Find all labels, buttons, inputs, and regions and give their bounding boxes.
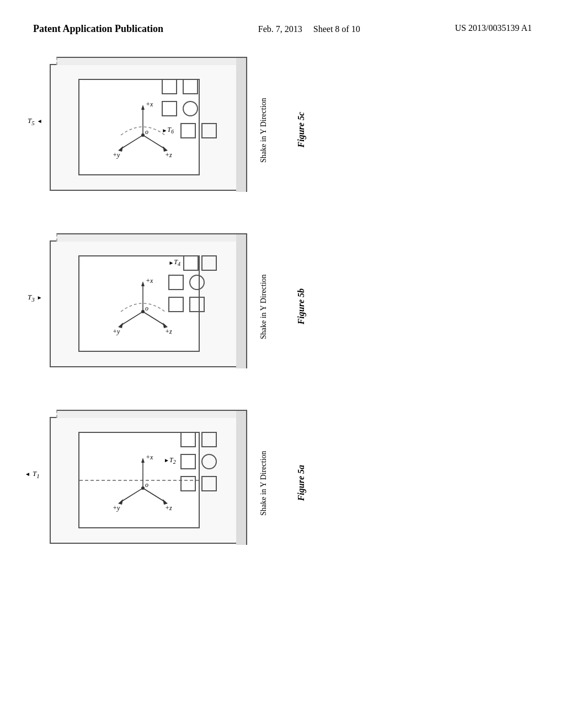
button-square-1 <box>162 79 177 94</box>
figure-5c-row: T5◄ +x +y <box>33 58 532 202</box>
shake-label-5a: Shake in Y Direction <box>259 445 268 522</box>
svg-text:+z: +z <box>165 151 172 159</box>
svg-text:+x: +x <box>146 100 153 108</box>
button-square-4 <box>180 123 196 138</box>
device-buttons-5a: ► T2 <box>180 432 217 491</box>
device-right-face-5b <box>236 233 247 368</box>
publication-title: Patent Application Publication <box>33 22 163 36</box>
t3-label: T3► <box>28 293 42 303</box>
button-square-5b-3 <box>189 297 205 312</box>
svg-text:+z: +z <box>165 504 172 512</box>
device-outer-5c: +x +y +z o <box>50 64 237 191</box>
svg-line-17 <box>143 312 165 325</box>
button-row-2a: ► T2 <box>180 454 217 469</box>
shake-label-5c: Shake in Y Direction <box>259 92 268 169</box>
device-buttons-5b: ►T4 <box>168 255 217 312</box>
button-square-t4 <box>183 255 199 271</box>
button-row-3b <box>168 297 217 312</box>
button-square-2 <box>183 79 198 94</box>
figure-label-container-5a: Figure 5a <box>285 465 318 501</box>
header-center: Feb. 7, 2013 Sheet 8 of 10 <box>258 22 360 36</box>
device-diagram-5b: T3► +x +y +z <box>33 235 243 378</box>
figure-5a-row: ◄T1 +x +y +z <box>33 411 532 555</box>
svg-point-20 <box>141 310 145 313</box>
main-content: T5◄ +x +y <box>0 47 565 566</box>
button-square-5a-1 <box>180 432 196 447</box>
svg-line-14 <box>121 312 143 325</box>
t4-label: ►T4 <box>168 255 217 271</box>
button-row-2b <box>168 275 217 290</box>
svg-point-31 <box>141 486 145 490</box>
svg-point-9 <box>141 133 145 137</box>
button-circle-1 <box>183 101 198 116</box>
button-square-5a-3 <box>180 454 196 469</box>
device-top-face-5a <box>56 410 238 418</box>
svg-text:+y: +y <box>113 151 120 159</box>
shake-label-5b: Shake in Y Direction <box>259 268 268 345</box>
device-top-face-5b <box>56 233 238 242</box>
button-square-5a-2 <box>201 432 217 447</box>
svg-marker-1 <box>141 105 145 110</box>
button-row-1 <box>162 79 217 94</box>
svg-text:+y: +y <box>113 504 120 512</box>
button-row-3: ►T6 <box>162 123 217 138</box>
t5-label: T5◄ <box>28 116 42 126</box>
figure-5b-label: Figure 5b <box>285 288 318 324</box>
figure-5c-label: Figure 5c <box>285 112 318 147</box>
t1-label: ◄T1 <box>25 469 40 479</box>
publication-date: Feb. 7, 2013 <box>258 24 302 34</box>
device-diagram-5a: ◄T1 +x +y +z <box>33 411 243 555</box>
button-row-2 <box>162 101 217 116</box>
svg-text:o: o <box>145 481 148 489</box>
t2-text: T2 <box>169 456 176 465</box>
device-buttons-5c: ►T6 <box>162 79 217 138</box>
svg-text:+x: +x <box>146 277 153 285</box>
t6-label: ►T6 <box>162 123 174 138</box>
device-right-face-5a <box>236 410 247 545</box>
svg-text:+y: +y <box>113 328 120 335</box>
page-header: Patent Application Publication Feb. 7, 2… <box>0 0 565 47</box>
button-square-5a-5 <box>201 476 217 491</box>
device-diagram-5c: T5◄ +x +y <box>33 58 243 202</box>
svg-text:+z: +z <box>165 328 172 335</box>
svg-line-3 <box>121 135 143 149</box>
button-circle-5b <box>189 275 205 290</box>
figure-label-container-5c: Figure 5c <box>285 112 318 147</box>
button-square-3 <box>162 101 177 116</box>
t2-arrow: ► <box>164 457 169 463</box>
svg-line-25 <box>121 488 143 502</box>
svg-text:+x: +x <box>146 453 153 461</box>
svg-line-28 <box>143 488 165 502</box>
device-outer-5a: +x +y +z o <box>50 417 237 544</box>
figure-5a-label: Figure 5a <box>285 465 318 501</box>
patent-number: US 2013/0035139 A1 <box>455 22 532 34</box>
svg-marker-23 <box>141 458 145 463</box>
button-square-5b-2 <box>168 297 184 312</box>
svg-marker-12 <box>141 281 145 286</box>
device-right-face <box>236 57 247 192</box>
button-square-t4b <box>201 255 217 271</box>
button-square-5b-1 <box>168 275 184 290</box>
device-outer-5b: +x +y +z o ►T4 <box>50 240 237 367</box>
button-circle-5a <box>201 454 217 469</box>
svg-text:o: o <box>145 304 148 312</box>
button-square-5 <box>201 123 217 138</box>
button-row-3a <box>180 476 217 491</box>
figure-label-container-5b: Figure 5b <box>285 288 318 324</box>
button-square-5a-4 <box>180 476 196 491</box>
button-row-1a <box>180 432 217 447</box>
device-top-face <box>56 57 238 65</box>
figure-5b-row: T3► +x +y +z <box>33 235 532 378</box>
sheet-info: Sheet 8 of 10 <box>313 24 360 34</box>
svg-text:o: o <box>145 128 148 136</box>
